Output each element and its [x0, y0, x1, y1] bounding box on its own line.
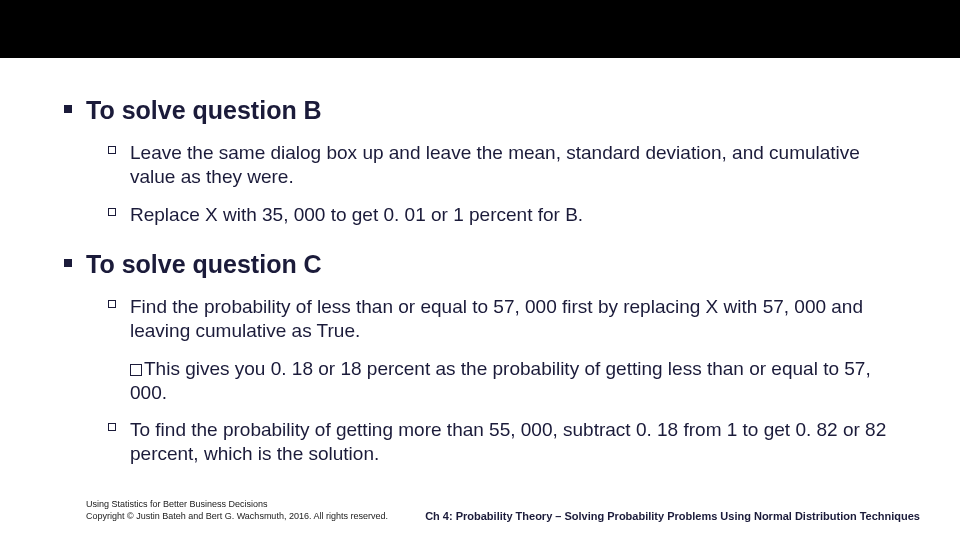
sub-list-b: Leave the same dialog box up and leave t…: [130, 141, 910, 226]
footer-copyright: Copyright © Justin Bateh and Bert G. Wac…: [86, 510, 388, 522]
open-square-bullet-icon: [108, 208, 116, 216]
open-square-bullet-icon: [108, 146, 116, 154]
list-item: Replace X with 35, 000 to get 0. 01 or 1…: [130, 203, 910, 227]
item-text: Find the probability of less than or equ…: [130, 296, 863, 341]
section-heading-c: To solve question C: [86, 250, 910, 279]
square-bullet-icon: [64, 259, 72, 267]
footer-title: Using Statistics for Better Business Dec…: [86, 498, 388, 510]
sub-list-c: Find the probability of less than or equ…: [130, 295, 910, 466]
replacement-glyph-icon: [130, 364, 142, 376]
section-heading-b: To solve question B: [86, 96, 910, 125]
open-square-bullet-icon: [108, 423, 116, 431]
item-text: This gives you 0. 18 or 18 percent as th…: [130, 358, 871, 403]
item-text: Replace X with 35, 000 to get 0. 01 or 1…: [130, 204, 583, 225]
item-text: Leave the same dialog box up and leave t…: [130, 142, 860, 187]
item-text: To find the probability of getting more …: [130, 419, 886, 464]
slide-top-bar: [0, 0, 960, 58]
footer-chapter: Ch 4: Probability Theory – Solving Proba…: [425, 510, 920, 522]
heading-text: To solve question C: [86, 250, 322, 278]
footer-left: Using Statistics for Better Business Dec…: [86, 498, 388, 522]
list-item: Find the probability of less than or equ…: [130, 295, 910, 343]
square-bullet-icon: [64, 105, 72, 113]
slide-footer: Using Statistics for Better Business Dec…: [86, 498, 920, 522]
list-item: Leave the same dialog box up and leave t…: [130, 141, 910, 189]
heading-text: To solve question B: [86, 96, 322, 124]
list-item: This gives you 0. 18 or 18 percent as th…: [130, 357, 910, 405]
slide-body: To solve question B Leave the same dialo…: [86, 96, 910, 490]
list-item: To find the probability of getting more …: [130, 418, 910, 466]
open-square-bullet-icon: [108, 300, 116, 308]
